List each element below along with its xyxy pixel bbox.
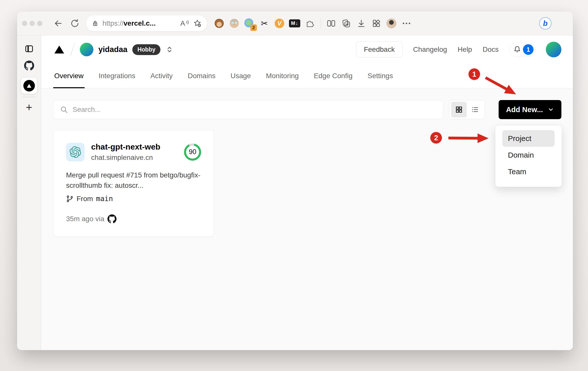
tab-monitoring[interactable]: Monitoring <box>265 64 300 88</box>
downloads-icon[interactable] <box>356 18 367 29</box>
url-text: https://vercel.c... <box>102 19 177 27</box>
cat-avatar-image <box>386 18 396 28</box>
github-icon <box>107 214 116 223</box>
branch-name: main <box>96 195 113 203</box>
openai-logo-icon <box>70 146 81 158</box>
list-view-icon <box>471 106 479 114</box>
vercel-nav-tabs: Overview Integrations Activity Domains U… <box>41 64 573 88</box>
vercel-logo-icon[interactable] <box>53 44 65 55</box>
read-aloud-icon[interactable]: A <box>180 19 190 27</box>
profile-avatar[interactable] <box>386 18 397 29</box>
project-favicon <box>66 143 85 161</box>
screenshot-canvas: https://vercel.c... A 2 ✂ V M↓ <box>0 0 588 371</box>
dropdown-item-team[interactable]: Team <box>502 163 555 180</box>
tab-settings[interactable]: Settings <box>367 64 394 88</box>
vercel-page: yidadaa Hobby Feedback Changelog Help Do… <box>41 35 573 350</box>
view-switch <box>449 100 485 119</box>
header-actions: Feedback Changelog Help Docs 1 <box>356 41 561 58</box>
list-view-button[interactable] <box>467 102 483 117</box>
feedback-button[interactable]: Feedback <box>356 41 402 58</box>
tab-overview[interactable]: Overview <box>53 64 85 88</box>
minimize-window-button[interactable] <box>30 21 35 26</box>
browser-toolbar: https://vercel.c... A 2 ✂ V M↓ <box>17 11 573 35</box>
reload-icon[interactable] <box>69 18 80 29</box>
window-main: + yidadaa Hobby Feedback Changelog <box>17 35 573 350</box>
tab-integrations[interactable]: Integrations <box>98 64 136 88</box>
toolbar-divider <box>321 18 321 28</box>
bell-icon <box>513 45 521 54</box>
close-window-button[interactable] <box>22 21 27 26</box>
collections-icon[interactable] <box>340 18 352 29</box>
tab-domains[interactable]: Domains <box>187 64 216 88</box>
tab-usage[interactable]: Usage <box>229 64 252 88</box>
dropdown-item-domain[interactable]: Domain <box>502 147 555 163</box>
back-icon[interactable] <box>53 18 64 29</box>
project-domain[interactable]: chat.simplenaive.cn <box>91 154 160 162</box>
search-input[interactable] <box>73 106 436 114</box>
notification-count-badge: 1 <box>523 44 534 55</box>
bing-copilot-icon[interactable]: b <box>539 17 552 30</box>
add-new-button[interactable]: Add New... <box>499 100 561 119</box>
v-extension-icon[interactable]: V <box>274 18 285 29</box>
tab-edge-config[interactable]: Edge Config <box>313 64 354 88</box>
v-icon: V <box>275 19 284 28</box>
active-tab-vercel[interactable] <box>21 78 37 94</box>
vertical-tab-strip: + <box>17 35 41 350</box>
scissors-icon: ✂ <box>261 18 268 28</box>
add-favorite-icon[interactable] <box>193 19 202 28</box>
controls-row: Add New... <box>53 100 561 119</box>
new-tab-plus-icon[interactable]: + <box>26 102 32 113</box>
help-link[interactable]: Help <box>458 45 472 54</box>
tampermonkey-extension-icon[interactable] <box>214 18 225 29</box>
lighthouse-score-ring[interactable]: 90 <box>184 144 201 161</box>
address-bar[interactable]: https://vercel.c... A <box>86 15 207 31</box>
docs-link[interactable]: Docs <box>483 45 499 54</box>
add-new-dropdown: Project Domain Team <box>495 125 562 187</box>
changelog-link[interactable]: Changelog <box>413 45 447 54</box>
annotation-step-2: 2 <box>430 132 442 144</box>
project-card[interactable]: chat-gpt-next-web chat.simplenaive.cn 90… <box>53 130 214 237</box>
lighthouse-score-value: 90 <box>186 146 199 159</box>
grid-view-button[interactable] <box>451 102 467 117</box>
user-avatar[interactable] <box>546 42 561 57</box>
dropdown-item-project[interactable]: Project <box>502 130 555 147</box>
vercel-favicon <box>23 80 35 91</box>
more-menu-icon[interactable] <box>401 18 412 29</box>
url-scheme: https:// <box>102 19 124 27</box>
split-screen-icon[interactable] <box>325 18 337 29</box>
lock-icon <box>91 20 99 27</box>
project-name[interactable]: chat-gpt-next-web <box>91 142 160 152</box>
latest-commit-message[interactable]: Merge pull request #715 from betgo/bugfi… <box>66 170 201 191</box>
zoom-window-button[interactable] <box>37 21 42 26</box>
project-meta: chat-gpt-next-web chat.simplenaive.cn <box>91 142 160 162</box>
badge-extension-icon[interactable]: 2 <box>244 18 255 29</box>
url-host: vercel.c... <box>124 19 156 27</box>
monkey-icon <box>215 19 224 28</box>
search-box[interactable] <box>53 100 443 119</box>
browser-window: https://vercel.c... A 2 ✂ V M↓ <box>17 11 573 350</box>
avatar-extension-icon[interactable] <box>229 18 240 29</box>
chevron-down-icon <box>548 106 554 113</box>
notifications-button[interactable]: 1 <box>509 42 535 57</box>
team-avatar[interactable] <box>80 43 93 56</box>
apps-icon[interactable] <box>371 18 382 29</box>
face-icon <box>230 19 239 28</box>
extensions-puzzle-icon[interactable] <box>304 18 316 29</box>
tab-activity[interactable]: Activity <box>149 64 174 88</box>
branch-row: From main <box>66 195 201 203</box>
breadcrumb: yidadaa Hobby <box>53 43 173 56</box>
traffic-lights <box>22 21 42 26</box>
annotation-step-1: 1 <box>468 68 480 80</box>
branch-label: From <box>77 195 93 203</box>
grid-view-icon <box>455 106 463 114</box>
add-new-label: Add New... <box>506 106 543 114</box>
github-tab-icon[interactable] <box>24 61 34 71</box>
team-name[interactable]: yidadaa <box>98 45 127 54</box>
markdown-extension-icon[interactable]: M↓ <box>289 18 300 29</box>
scissors-extension-icon[interactable]: ✂ <box>259 18 270 29</box>
breadcrumb-slash <box>70 43 75 56</box>
sidebar-toggle-icon[interactable] <box>24 44 34 54</box>
vercel-body: Add New... chat-gpt-next-web chat.simple… <box>41 88 573 350</box>
team-switcher-icon[interactable] <box>165 45 173 54</box>
ellipsis-icon <box>403 23 410 24</box>
